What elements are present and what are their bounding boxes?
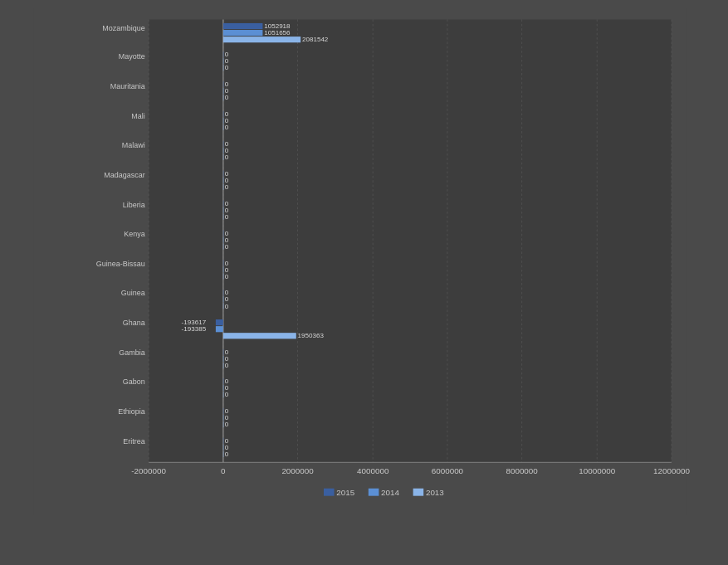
country-label-mozambique: Mozambique bbox=[102, 24, 144, 32]
country-label-mali: Mali bbox=[131, 112, 144, 120]
legend-rect-2015 bbox=[324, 489, 335, 496]
country-label-guinea-bissau: Guinea-Bissau bbox=[96, 260, 145, 268]
country-label-malawi: Malawi bbox=[122, 141, 145, 149]
legend-label-2015: 2015 bbox=[336, 488, 354, 497]
country-label-kenya: Kenya bbox=[124, 230, 144, 238]
bar-label-mali-2013: 0 bbox=[225, 124, 229, 131]
bar-label-mozambique-2013: 2081542 bbox=[302, 36, 329, 43]
country-label-ghana: Ghana bbox=[123, 319, 145, 327]
legend-rect-2013 bbox=[413, 489, 424, 496]
country-label-guinea: Guinea bbox=[121, 289, 145, 297]
x-axis-label-5: 6000000 bbox=[432, 466, 464, 475]
bar-mozambique-2015 bbox=[223, 23, 263, 29]
bar-label-malawi-2013: 0 bbox=[225, 153, 229, 161]
country-label-mauritania: Mauritania bbox=[110, 82, 145, 90]
x-axis-label-4: 4000000 bbox=[357, 466, 389, 475]
bar-ghana-2015 bbox=[216, 319, 223, 325]
bar-label-ghana-2013: 1950363 bbox=[298, 332, 325, 339]
bar-mozambique-2014 bbox=[223, 30, 263, 36]
legend-label-2013: 2013 bbox=[426, 488, 444, 497]
bar-label-mayotte-2013: 0 bbox=[225, 64, 229, 71]
x-axis-label-3: 2000000 bbox=[281, 466, 314, 475]
bar-label-mauritania-2013: 0 bbox=[225, 94, 229, 101]
country-label-liberia: Liberia bbox=[123, 201, 145, 209]
country-label-madagascar: Madagascar bbox=[104, 171, 144, 179]
bar-ghana-2013 bbox=[223, 333, 296, 339]
bar-mozambique-2013 bbox=[223, 37, 300, 42]
bar-label-gambia-2013: 0 bbox=[225, 362, 229, 369]
country-label-gabon: Gabon bbox=[123, 377, 145, 386]
bar-label-mozambique-2014: 1051656 bbox=[264, 29, 291, 37]
country-label-gambia: Gambia bbox=[119, 348, 144, 357]
x-axis-label-8: 12000000 bbox=[653, 466, 690, 475]
chart-container: -2000000 0 2000000 4000000 6000000 80000… bbox=[0, 0, 728, 565]
legend-label-2014: 2014 bbox=[381, 488, 399, 497]
country-label-ethiopia: Ethiopia bbox=[118, 407, 144, 416]
legend-rect-2014 bbox=[369, 489, 379, 496]
x-axis-label-6: 8000000 bbox=[506, 466, 538, 475]
bar-label-ghana-2014: -193385 bbox=[182, 325, 207, 333]
bar-label-kenya-2013: 0 bbox=[225, 243, 229, 251]
bar-label-liberia-2013: 0 bbox=[225, 213, 229, 221]
bar-label-guinea-bissau-2013: 0 bbox=[225, 273, 229, 280]
country-label-eritrea: Eritrea bbox=[123, 437, 144, 446]
x-axis-label-2: 0 bbox=[221, 466, 226, 475]
country-label-mayotte: Mayotte bbox=[119, 52, 145, 61]
bar-label-ethiopia-2013: 0 bbox=[225, 421, 229, 428]
x-axis-label-7: 10000000 bbox=[579, 466, 615, 475]
x-axis-label-1: -2000000 bbox=[131, 466, 166, 475]
bar-label-gabon-2013: 0 bbox=[225, 391, 229, 398]
bar-label-madagascar-2013: 0 bbox=[225, 183, 229, 191]
bar-label-eritrea-2013: 0 bbox=[225, 451, 229, 458]
bar-ghana-2014 bbox=[216, 326, 223, 332]
bar-label-guinea-2013: 0 bbox=[225, 303, 229, 310]
